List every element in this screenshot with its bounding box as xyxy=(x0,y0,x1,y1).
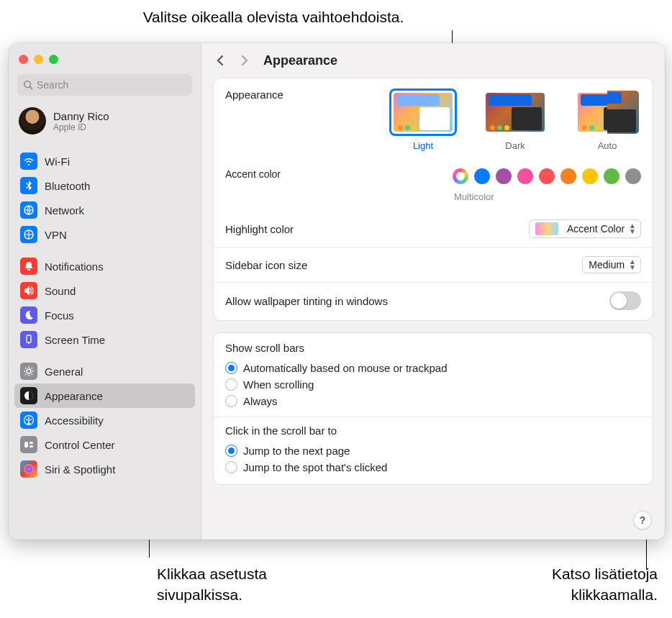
content: Appearance Light Dark Auto Accent color xyxy=(201,78,665,508)
radio-icon xyxy=(225,378,237,391)
wifi-icon xyxy=(20,153,37,170)
svg-point-13 xyxy=(24,464,34,474)
profile-row[interactable]: Danny Rico Apple ID xyxy=(9,103,201,143)
accent-selected-name: Multicolor xyxy=(454,191,494,202)
accent-swatch-1[interactable] xyxy=(474,168,490,184)
svg-point-9 xyxy=(28,417,30,419)
callout-bottom-left: Klikkaa asetusta sivupalkissa. xyxy=(157,564,267,605)
sidebar-item-label: VPN xyxy=(45,229,67,241)
theme-label: Auto xyxy=(598,140,617,151)
svg-line-1 xyxy=(30,87,33,90)
scroll-option-2[interactable]: Always xyxy=(225,393,641,409)
svg-rect-10 xyxy=(24,442,28,447)
back-button[interactable] xyxy=(210,50,230,71)
zoom-button[interactable] xyxy=(49,55,58,64)
general-icon xyxy=(20,363,37,380)
sidebar-item-label: Wi-Fi xyxy=(45,155,70,168)
sidebar-item-notifications[interactable]: Notifications xyxy=(14,254,195,278)
wallpaper-row: Allow wallpaper tinting in windows xyxy=(214,282,653,319)
callout-text: Katso lisätietoja xyxy=(552,565,658,582)
theme-option-dark[interactable]: Dark xyxy=(481,88,549,151)
siri-icon xyxy=(20,460,37,478)
svg-rect-12 xyxy=(29,445,33,447)
sidebar-item-focus[interactable]: Focus xyxy=(14,303,195,327)
close-button[interactable] xyxy=(19,55,28,64)
profile-sub: Apple ID xyxy=(53,122,109,132)
callout-bottom-right: Katso lisätietoja klikkaamalla. xyxy=(552,564,658,605)
sidebar-item-label: Appearance xyxy=(45,390,103,402)
accent-swatch-7[interactable] xyxy=(604,168,619,184)
click-option-1[interactable]: Jump to the spot that's clicked xyxy=(225,459,641,476)
accent-swatch-8[interactable] xyxy=(625,168,641,184)
click-option-0[interactable]: Jump to the next page xyxy=(225,442,641,459)
appearance-label: Appearance xyxy=(225,88,283,101)
settings-window: Search Danny Rico Apple ID Wi-Fi Bluetoo… xyxy=(9,43,665,540)
wallpaper-toggle[interactable] xyxy=(609,291,641,310)
theme-label: Light xyxy=(413,140,433,151)
sidebar-item-vpn[interactable]: VPN xyxy=(14,222,195,247)
scroll-panel: Show scroll bars Automatically based on … xyxy=(213,332,653,485)
help-button[interactable]: ? xyxy=(633,511,652,530)
svg-point-0 xyxy=(24,81,31,88)
accessibility-icon xyxy=(20,412,37,429)
radio-label: Always xyxy=(243,395,278,407)
callout-text: klikkaamalla. xyxy=(571,586,658,603)
scroll-option-1[interactable]: When scrolling xyxy=(225,376,641,393)
bluetooth-icon xyxy=(20,177,37,194)
radio-label: When scrolling xyxy=(243,378,314,391)
forward-button[interactable] xyxy=(235,50,255,71)
accent-swatch-6[interactable] xyxy=(582,168,598,184)
theme-label: Dark xyxy=(505,140,525,151)
search-input[interactable]: Search xyxy=(17,74,192,96)
minimize-button[interactable] xyxy=(34,55,43,64)
callout-top: Valitse oikealla olevista vaihtoehdoista… xyxy=(94,7,453,27)
sidebar-size-label: Sidebar icon size xyxy=(225,259,307,271)
search-placeholder: Search xyxy=(37,79,68,91)
sidebar-item-wifi[interactable]: Wi-Fi xyxy=(14,149,195,173)
sidebar-item-label: General xyxy=(45,365,83,378)
sidebar-item-label: Siri & Spotlight xyxy=(45,463,115,476)
theme-option-auto[interactable]: Auto xyxy=(573,88,641,151)
sidebar-item-label: Focus xyxy=(45,309,74,322)
screen-time-icon xyxy=(20,331,37,348)
radio-label: Automatically based on mouse or trackpad xyxy=(243,362,447,374)
radio-icon xyxy=(225,461,237,473)
chevron-updown-icon: ▲▼ xyxy=(629,223,636,235)
theme-option-light[interactable]: Light xyxy=(389,88,457,151)
accent-swatch-4[interactable] xyxy=(539,168,555,184)
callout-text: sivupalkissa. xyxy=(157,586,242,603)
accent-swatch-0[interactable] xyxy=(453,168,468,184)
radio-icon xyxy=(225,362,237,374)
accent-swatch-5[interactable] xyxy=(560,168,576,184)
sidebar-item-label: Notifications xyxy=(45,260,104,273)
sidebar-item-siri[interactable]: Siri & Spotlight xyxy=(14,457,195,481)
page-title: Appearance xyxy=(263,53,337,68)
help-icon: ? xyxy=(640,514,646,526)
sidebar-item-network[interactable]: Network xyxy=(14,198,195,222)
radio-label: Jump to the next page xyxy=(243,445,350,457)
focus-icon xyxy=(20,306,37,324)
scroll-option-0[interactable]: Automatically based on mouse or trackpad xyxy=(225,360,641,376)
sidebar-item-control-center[interactable]: Control Center xyxy=(14,432,195,457)
radio-icon xyxy=(225,395,237,407)
highlight-select[interactable]: Accent Color ▲▼ xyxy=(529,219,641,238)
sidebar-size-select[interactable]: Medium ▲▼ xyxy=(582,256,641,273)
highlight-row: Highlight color Accent Color ▲▼ xyxy=(214,211,653,247)
accent-swatch-3[interactable] xyxy=(517,168,533,184)
sidebar-item-accessibility[interactable]: Accessibility xyxy=(14,408,195,432)
sidebar-item-label: Network xyxy=(45,204,84,217)
sidebar-item-screen-time[interactable]: Screen Time xyxy=(14,327,195,352)
chevron-updown-icon: ▲▼ xyxy=(629,259,636,271)
control-center-icon xyxy=(20,436,37,453)
sidebar-item-general[interactable]: General xyxy=(14,359,195,383)
radio-icon xyxy=(225,445,237,457)
sidebar-item-sound[interactable]: Sound xyxy=(14,278,195,303)
sidebar-item-label: Sound xyxy=(45,285,76,297)
accent-swatch-2[interactable] xyxy=(496,168,512,184)
svg-point-5 xyxy=(28,343,29,345)
highlight-swatch-icon xyxy=(535,222,558,235)
sidebar-item-label: Screen Time xyxy=(45,334,105,346)
sidebar-item-bluetooth[interactable]: Bluetooth xyxy=(14,173,195,198)
sidebar-item-appearance[interactable]: Appearance xyxy=(14,383,195,408)
search-icon xyxy=(23,80,33,90)
